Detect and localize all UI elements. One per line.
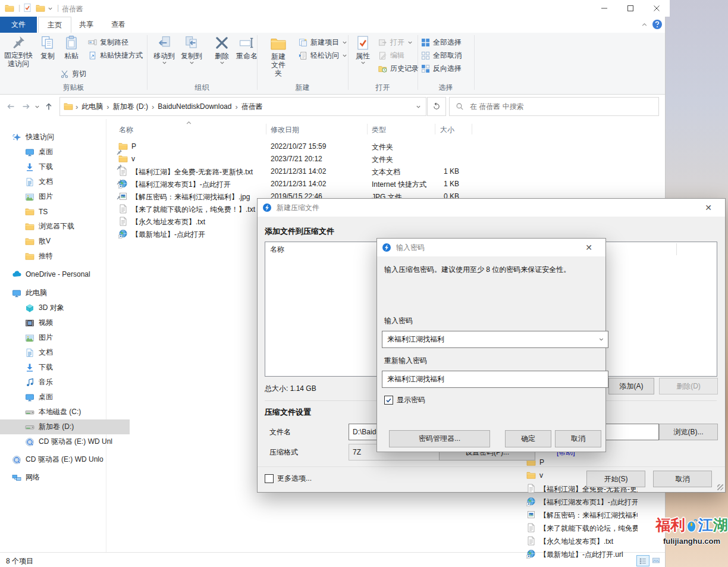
forward-icon[interactable] (21, 102, 31, 111)
refresh-button[interactable] (427, 97, 446, 116)
divider[interactable] (367, 124, 368, 134)
sidebar-item-videos[interactable]: 视频 (0, 315, 130, 330)
new-item-button[interactable]: 新建项目 (299, 37, 347, 48)
breadcrumb-item-this-pc[interactable]: 此电脑 (78, 102, 106, 112)
move-to-button[interactable]: 移动到 (150, 35, 178, 65)
ok-button[interactable]: 确定 (505, 430, 551, 447)
browse-button[interactable]: 浏览(B)... (659, 424, 718, 440)
maximize-button[interactable] (617, 0, 644, 17)
new-folder-quick-icon[interactable] (36, 4, 45, 13)
help-icon[interactable] (652, 19, 663, 30)
history-button[interactable]: 历史记录 (378, 64, 419, 74)
password-combobox[interactable] (382, 331, 608, 348)
paste-shortcut-button[interactable]: 粘贴快捷方式 (88, 51, 143, 61)
file-row[interactable]: 【福利江湖】全免费-无套路-更新快.txt 2021/12/31 14:02 文… (110, 165, 665, 178)
search-input[interactable] (469, 102, 649, 111)
sidebar-item-this-pc[interactable]: 此电脑 (0, 286, 117, 300)
breadcrumb-item-current[interactable]: 蓓蓓酱 (238, 102, 266, 112)
start-button[interactable]: 开始(S) (586, 471, 645, 487)
tab-share[interactable]: 共享 (70, 17, 102, 33)
file-name[interactable]: 【最新地址】-点此打开 (131, 230, 205, 240)
copy-button[interactable]: 复制 (36, 35, 59, 60)
invert-selection-button[interactable]: 反向选择 (421, 64, 462, 74)
properties-button[interactable]: 属性 (351, 35, 375, 65)
chevron-down-icon[interactable] (598, 337, 604, 342)
qat-dropdown-icon[interactable] (48, 6, 53, 11)
archive-item[interactable]: P 蓓蓓酱\P (522, 456, 728, 469)
tab-view[interactable]: 查看 (102, 17, 134, 33)
sidebar-item-desktop-pc[interactable]: 桌面 (0, 390, 130, 405)
recent-locations-icon[interactable] (34, 104, 40, 109)
breadcrumb-item-baidu[interactable]: BaiduNetdiskDownload (154, 102, 235, 111)
delete-button[interactable]: 删除 (209, 35, 234, 65)
column-header-date[interactable]: 修改日期 (271, 125, 299, 135)
close-icon[interactable]: ✕ (696, 199, 720, 216)
file-name[interactable]: 【解压密码：来福利江湖找福利】.jpg (131, 192, 250, 202)
copy-path-button[interactable]: 复制路径 (88, 37, 128, 48)
cancel-button[interactable]: 取消 (653, 471, 712, 487)
address-dropdown-icon[interactable] (416, 104, 421, 109)
paste-button[interactable]: 粘贴 (59, 35, 83, 60)
file-row[interactable]: 【福利江湖发布页1】-点此打开 2021/12/31 14:02 Interne… (110, 178, 665, 190)
confirm-password-input[interactable] (386, 375, 604, 384)
divider[interactable] (266, 124, 266, 134)
file-row[interactable]: v 2023/7/21 20:12 文件夹 (110, 153, 665, 165)
divider[interactable] (472, 124, 472, 134)
sidebar-item-cd-drive[interactable]: CD 驱动器 (E:) WD Unl (0, 434, 130, 449)
sidebar-item-pictures-pc[interactable]: 图片 (0, 330, 130, 345)
new-folder-button[interactable]: 新建文件夹 (262, 35, 295, 77)
sidebar-item-downloads-pc[interactable]: 下载 (0, 360, 130, 375)
divider[interactable] (435, 124, 435, 134)
file-name[interactable]: 【福利江湖发布页1】-点此打开 (131, 180, 231, 190)
password-input[interactable] (386, 335, 598, 344)
cut-button[interactable]: 剪切 (60, 69, 86, 79)
checkbox-checked[interactable] (384, 396, 393, 405)
file-row[interactable]: P 2022/10/27 15:59 文件夹 (110, 140, 665, 153)
sidebar-item-cd-drive-2[interactable]: CD 驱动器 (E:) WD Unlo (0, 452, 117, 467)
tab-home[interactable]: 主页 (38, 17, 71, 34)
close-icon[interactable]: ✕ (577, 239, 601, 256)
column-header-size[interactable]: 大小 (440, 125, 454, 135)
archive-item[interactable]: 【福利江湖发布页1】-点此打开 蓓蓓酱\【福利江湖... (522, 496, 728, 509)
pin-to-quick-access-button[interactable]: 固定到快速访问 (1, 35, 36, 68)
more-options-checkbox[interactable]: 更多选项... (265, 474, 312, 484)
add-button[interactable]: 添加(A) (608, 378, 654, 394)
select-none-button[interactable]: 全部取消 (421, 51, 462, 61)
properties-quick-icon[interactable] (23, 3, 32, 12)
file-name[interactable]: 【福利江湖】全免费-无套路-更新快.txt (131, 167, 253, 177)
minimize-button[interactable] (591, 0, 617, 17)
copy-to-button[interactable]: 复制到 (178, 35, 205, 65)
column-header-type[interactable]: 类型 (372, 125, 386, 135)
sidebar-item-3d-objects[interactable]: 3D 对象 (0, 300, 130, 315)
sidebar-item-onedrive[interactable]: OneDrive - Personal (0, 267, 117, 281)
cancel-button[interactable]: 取消 (555, 430, 601, 447)
column-header-name[interactable]: 名称 (119, 125, 133, 135)
search-box[interactable] (449, 97, 659, 116)
sidebar-item-documents-pc[interactable]: 文档 (0, 345, 130, 360)
sidebar-item-music[interactable]: 音乐 (0, 375, 130, 390)
resize-grip[interactable] (717, 484, 723, 490)
tab-file[interactable]: 文件 (0, 17, 37, 33)
back-icon[interactable] (6, 102, 15, 111)
file-name[interactable]: 【永久地址发布页】.txt (131, 217, 205, 227)
close-button[interactable] (644, 0, 670, 17)
dialog-title-bar[interactable]: 输入密码 ✕ (377, 239, 605, 256)
sidebar-item-quick-access[interactable]: 快速访问 (0, 130, 117, 145)
checkbox-unchecked[interactable] (265, 474, 274, 483)
sidebar-item-drive-d[interactable]: 新加卷 (D:) (0, 419, 130, 434)
show-password-checkbox[interactable]: 显示密码 (384, 395, 425, 405)
file-name[interactable]: v (131, 155, 135, 163)
select-all-button[interactable]: 全部选择 (421, 37, 462, 48)
sidebar-item-network[interactable]: 网络 (0, 470, 117, 485)
password-manager-button[interactable]: 密码管理器... (389, 430, 490, 447)
dialog-title-bar[interactable]: 新建压缩文件 ✕ (258, 199, 725, 217)
list-column-name[interactable]: 名称 (270, 245, 284, 255)
file-name[interactable]: 【来了就能下载的论坛，纯免费！】.txt (131, 205, 255, 215)
breadcrumb-item-drive-d[interactable]: 新加卷 (D:) (109, 102, 152, 112)
sidebar-item-twitter[interactable]: 推特 (0, 249, 130, 264)
sidebar-item-drive-c[interactable]: 本地磁盘 (C:) (0, 405, 130, 419)
collapse-ribbon-icon[interactable] (641, 21, 648, 28)
easy-access-button[interactable]: 轻松访问 (299, 51, 347, 61)
confirm-password-field[interactable] (382, 371, 608, 388)
file-name[interactable]: P (131, 142, 136, 151)
